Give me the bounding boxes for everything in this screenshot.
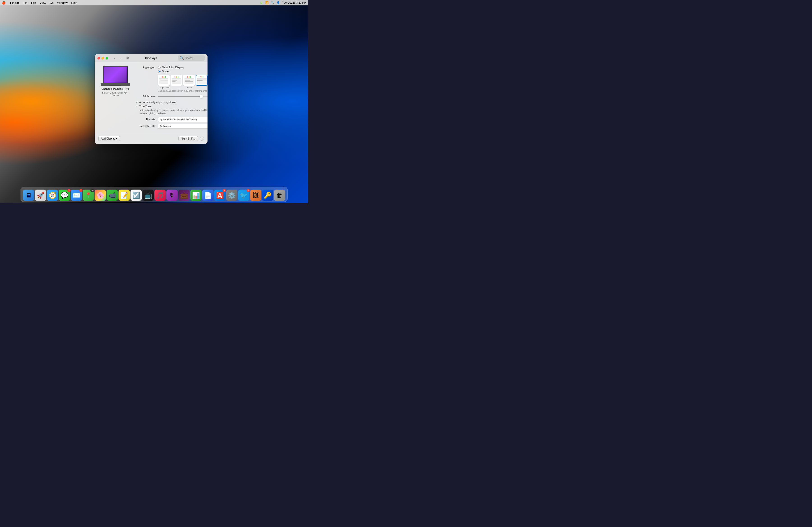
radio-default-dot[interactable]: [158, 66, 161, 69]
menu-view[interactable]: View: [40, 1, 46, 4]
true-tone-check: ✓: [136, 105, 138, 108]
preset-label-4: [196, 87, 207, 89]
menu-finder[interactable]: Finder: [10, 1, 19, 4]
display-name: Chance's MacBook Pro: [102, 88, 129, 90]
refresh-rate-row: Refresh Rate: ProMotion ⌃⌄: [136, 124, 207, 129]
display-subtitle: Built-In Liquid Retina XDR Display: [98, 91, 132, 96]
window-title: Displays: [145, 56, 157, 60]
display-preview: Chance's MacBook Pro Built-In Liquid Ret…: [98, 66, 132, 131]
radio-scaled-dot[interactable]: [158, 70, 161, 73]
true-tone-note: Automatically adapt display to make colo…: [136, 109, 207, 115]
menu-file[interactable]: File: [23, 1, 28, 4]
dock-icon-sysprefs[interactable]: ⚙️: [226, 190, 237, 201]
dock-icon-notes[interactable]: 📝: [119, 190, 130, 201]
search-icon[interactable]: 🔍: [271, 1, 274, 4]
dock-icon-pages[interactable]: 📄: [202, 190, 214, 201]
battery-icon: 🔋: [260, 1, 263, 4]
presets-dropdown-wrapper[interactable]: Apple XDR Display (P3-1600 nits) ⌃⌄: [158, 117, 207, 122]
traffic-lights: [98, 57, 108, 60]
night-shift-button[interactable]: Night Shift...: [178, 136, 198, 141]
preset-labels: Larger Text Default More Space: [158, 87, 207, 89]
dock-icon-messages[interactable]: 💬 3: [59, 190, 70, 201]
apple-menu[interactable]: 🍎: [2, 1, 6, 4]
radio-default-label: Default for Display: [162, 66, 184, 69]
grid-icon[interactable]: ⊞: [126, 56, 129, 60]
radio-default[interactable]: Default for Display: [158, 66, 207, 69]
resolution-row: Resolution: Default for Display Scaled: [136, 66, 207, 92]
help-button[interactable]: ?: [200, 137, 204, 141]
presets-dropdown-row: Presets: Apple XDR Display (P3-1600 nits…: [136, 117, 207, 122]
true-tone-row[interactable]: ✓ True Tone: [136, 105, 207, 108]
preset-2[interactable]: [171, 75, 182, 86]
dock-icon-music[interactable]: 🎵: [155, 190, 166, 201]
close-button[interactable]: [98, 57, 100, 60]
dock-icon-launchpad[interactable]: 🚀: [35, 190, 46, 201]
refresh-rate-select[interactable]: ProMotion: [158, 124, 207, 129]
dock-icon-tv[interactable]: 📺: [143, 190, 154, 201]
dock-icon-reminders[interactable]: ☑️: [131, 190, 142, 201]
brightness-label: Brightness:: [136, 95, 156, 98]
add-display-arrow: ▾: [116, 137, 117, 140]
brightness-thumb[interactable]: [200, 95, 203, 98]
refresh-rate-label: Refresh Rate:: [136, 125, 156, 128]
search-input[interactable]: [185, 57, 203, 60]
forward-button[interactable]: ›: [118, 56, 124, 60]
menu-edit[interactable]: Edit: [31, 1, 36, 4]
dock-icon-slack[interactable]: 💼: [178, 190, 190, 201]
dock-icon-photos[interactable]: 🌸: [95, 190, 106, 201]
back-button[interactable]: ‹: [112, 56, 117, 60]
menubar: 🍎 Finder File Edit View Go Window Help 🔋…: [0, 0, 308, 5]
dock-icon-numbers[interactable]: 📊: [190, 190, 202, 201]
resolution-label: Resolution:: [136, 66, 156, 69]
dock-icon-mail[interactable]: ✉️ 1: [71, 190, 82, 201]
presets-dropdown-label: Presets:: [136, 118, 156, 121]
preset-3[interactable]: [183, 75, 195, 86]
macbook-image: [101, 66, 130, 86]
refresh-rate-dropdown-wrapper[interactable]: ProMotion ⌃⌄: [158, 124, 207, 129]
user-icon[interactable]: 👤: [277, 1, 280, 4]
preset-label-2: [171, 87, 182, 89]
search-icon-small: 🔍: [179, 56, 184, 60]
macbook-base: [101, 84, 130, 86]
menu-window[interactable]: Window: [57, 1, 68, 4]
dock-icon-twitter[interactable]: 🐦 1: [238, 190, 249, 201]
brightness-slider[interactable]: [158, 96, 207, 97]
menu-help[interactable]: Help: [71, 1, 77, 4]
perf-note: Using a scaled resolution may affect per…: [158, 90, 207, 92]
dock-icon-1password[interactable]: 🔑: [262, 190, 273, 201]
window-body: Chance's MacBook Pro Built-In Liquid Ret…: [95, 62, 207, 134]
maximize-button[interactable]: [105, 57, 108, 60]
preset-label-1: Larger Text: [158, 87, 170, 89]
display-settings: Resolution: Default for Display Scaled: [136, 66, 207, 131]
menu-go[interactable]: Go: [49, 1, 54, 4]
dock-icon-finder[interactable]: 🖥: [23, 190, 34, 201]
search-box[interactable]: 🔍: [178, 56, 205, 61]
wifi-icon: 📶: [265, 1, 269, 4]
auto-brightness-check: ✓: [136, 101, 138, 104]
resolution-presets: Here's to the c... troublemakers... ones…: [158, 75, 207, 86]
true-tone-label: True Tone: [139, 105, 151, 108]
preset-label-3: Default: [183, 87, 195, 89]
presets-dropdown-select[interactable]: Apple XDR Display (P3-1600 nits): [158, 117, 207, 122]
radio-scaled[interactable]: Scaled: [158, 70, 207, 73]
preset-default[interactable]: [196, 75, 207, 86]
dock-icon-podcasts[interactable]: 🎙: [166, 190, 178, 201]
auto-brightness-label: Automatically adjust brightness: [139, 101, 176, 104]
auto-brightness-row[interactable]: ✓ Automatically adjust brightness: [136, 101, 207, 104]
dock: 🖥 🚀 🧭 💬 3 ✉️ 1 📍 26 🌸 📹 📝 ☑️ 📺 🎵 🎙 💼: [20, 187, 288, 202]
add-display-button[interactable]: Add Display ▾: [98, 136, 120, 141]
brightness-row: Brightness:: [136, 95, 207, 98]
resolution-content: Default for Display Scaled: [158, 66, 207, 92]
preset-larger-text[interactable]: [158, 75, 170, 86]
window-titlebar: ‹ › ⊞ Displays 🔍: [95, 54, 207, 62]
dock-icon-appstore[interactable]: 🅰️ 1: [214, 190, 226, 201]
dock-icon-facetime[interactable]: 📹: [107, 190, 118, 201]
dock-icon-preview[interactable]: 🖼: [250, 190, 261, 201]
window-footer: Add Display ▾ Night Shift... ?: [95, 134, 207, 144]
displays-window: ‹ › ⊞ Displays 🔍 Chance's MacBook Pro Bu…: [95, 54, 207, 144]
minimize-button[interactable]: [102, 57, 104, 60]
macbook-screen: [103, 66, 128, 84]
dock-icon-safari[interactable]: 🧭: [47, 190, 58, 201]
dock-icon-trash[interactable]: 🗑: [274, 190, 285, 201]
dock-icon-maps[interactable]: 📍 26: [83, 190, 94, 201]
